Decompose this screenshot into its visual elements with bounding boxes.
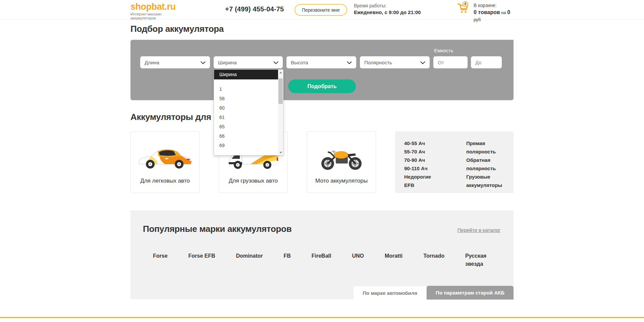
logo-subtitle-line1: Интернет-магазин bbox=[130, 12, 176, 16]
capacity-label: Емкость bbox=[434, 48, 453, 53]
working-hours-label: Время работы: bbox=[354, 3, 421, 9]
brand-link[interactable]: Dominator bbox=[236, 252, 263, 260]
quick-links-column-polarity: Прямая полярность Обратная полярность Гр… bbox=[466, 139, 507, 193]
capacity-to-input[interactable] bbox=[471, 56, 502, 68]
category-cards: Для легковых авто Д bbox=[130, 131, 514, 193]
tab-by-car-brand[interactable]: По марке автомобиля bbox=[353, 286, 427, 300]
logo[interactable]: shopbat.ru bbox=[130, 2, 176, 11]
picker-tabs: По марке автомобиля По параметрам старой… bbox=[353, 286, 514, 300]
cart-label: В корзине: bbox=[474, 2, 514, 9]
brand-link[interactable]: Forse bbox=[153, 252, 168, 260]
dropdown-option[interactable]: 58 bbox=[214, 94, 278, 103]
chevron-down-icon bbox=[420, 60, 425, 65]
quick-link[interactable]: 70-90 Ач bbox=[404, 156, 448, 164]
submit-button[interactable]: Подобрать bbox=[288, 79, 356, 93]
dropdown-option[interactable]: 65 bbox=[214, 122, 278, 131]
chevron-down-icon bbox=[273, 60, 278, 65]
dropdown-option[interactable]: 61 bbox=[214, 113, 278, 122]
quick-link[interactable]: 55-70 Ач bbox=[404, 147, 448, 156]
dropdown-option[interactable]: 69 bbox=[214, 141, 278, 150]
quick-links-column-capacity: 40-55 Ач 55-70 Ач 70-90 Ач 90-110 Ач Нед… bbox=[404, 139, 448, 193]
card-moto[interactable]: Мото аккумуляторы bbox=[307, 131, 376, 193]
brand-link[interactable]: Moratti bbox=[385, 252, 402, 260]
cart-on-word: на bbox=[501, 10, 506, 15]
quick-link[interactable]: Грузовые аккумуляторы bbox=[466, 173, 507, 189]
cart-badge: 0 bbox=[463, 1, 468, 7]
cart-count: 0 товаров bbox=[474, 9, 500, 15]
capacity-group: Емкость bbox=[433, 56, 502, 68]
working-hours-value: Ежедневно, с 9:00 до 21:00 bbox=[354, 9, 421, 16]
dropdown-scrollbar[interactable] bbox=[278, 70, 283, 155]
width-select-value: Ширина bbox=[218, 60, 236, 65]
cart-sum: 0 bbox=[507, 9, 510, 15]
quick-link[interactable]: 40-55 Ач bbox=[404, 139, 448, 147]
brand-link[interactable]: Tornado bbox=[423, 252, 444, 260]
quick-links-panel: 40-55 Ач 55-70 Ач 70-90 Ач 90-110 Ач Нед… bbox=[395, 131, 514, 193]
motorcycle-icon bbox=[316, 143, 367, 172]
cart-icon[interactable] bbox=[457, 9, 469, 15]
scrollbar-thumb[interactable] bbox=[278, 78, 283, 104]
catalog-link[interactable]: Перейти в каталог bbox=[458, 227, 500, 233]
length-select[interactable]: Длина bbox=[140, 56, 210, 68]
brand-link[interactable]: Русская звезда bbox=[465, 252, 503, 268]
page-title: Подбор аккумулятора bbox=[130, 24, 224, 34]
brand-link[interactable]: Forse EFB bbox=[189, 252, 215, 260]
brands-title: Популярные марки аккумуляторов bbox=[143, 224, 291, 234]
scroll-up-icon[interactable] bbox=[278, 70, 283, 75]
quick-link[interactable]: EFB bbox=[404, 181, 448, 189]
chevron-down-icon bbox=[201, 60, 206, 65]
card-label: Для легковых авто bbox=[140, 178, 190, 184]
quick-link[interactable]: Обратная полярность bbox=[466, 156, 507, 173]
tab-by-old-battery-params[interactable]: По параметрам старой АКБ bbox=[427, 286, 514, 300]
chevron-down-icon bbox=[347, 60, 352, 65]
dropdown-option[interactable]: 66 bbox=[214, 131, 278, 141]
battery-picker-header: Подбор аккумулятора По марке автомобиля … bbox=[130, 19, 514, 40]
site-header: shopbat.ru Интернет-магазин аккумуляторо… bbox=[0, 0, 644, 19]
logo-subtitle: Интернет-магазин аккумуляторов bbox=[130, 12, 176, 20]
brand-link[interactable]: FireBall bbox=[312, 252, 331, 260]
working-hours: Время работы: Ежедневно, с 9:00 до 21:00 bbox=[354, 3, 421, 16]
quick-link[interactable]: Недорогие bbox=[404, 173, 448, 181]
footer-accent-line bbox=[0, 317, 644, 318]
width-dropdown: Ширина 1 58 60 61 65 66 69 bbox=[214, 69, 283, 155]
capacity-from-input[interactable] bbox=[433, 56, 468, 68]
height-select[interactable]: Высота bbox=[286, 56, 356, 68]
filter-panel: Длина Ширина Ширина 1 58 60 61 65 6 bbox=[130, 40, 514, 100]
width-dropdown-selected[interactable]: Ширина bbox=[214, 70, 278, 79]
brands-row: Forse Forse EFB Dominator FB FireBall UN… bbox=[153, 252, 503, 268]
card-label: Для грузовых авто bbox=[229, 178, 278, 184]
polarity-select[interactable]: Полярность bbox=[360, 56, 430, 68]
scroll-down-icon[interactable] bbox=[278, 150, 283, 155]
dropdown-option[interactable]: 1 bbox=[214, 84, 278, 94]
brand-link[interactable]: FB bbox=[283, 252, 290, 260]
quick-link[interactable]: 90-110 Ач bbox=[404, 164, 448, 173]
callback-button[interactable]: Перезвоните мне bbox=[294, 4, 347, 16]
card-passenger-cars[interactable]: Для легковых авто bbox=[130, 131, 200, 193]
logo-block[interactable]: shopbat.ru Интернет-магазин аккумуляторо… bbox=[130, 2, 176, 20]
phone-number[interactable]: +7 (499) 455-04-75 bbox=[225, 5, 284, 13]
brand-link[interactable]: UNO bbox=[352, 252, 364, 260]
polarity-select-value: Полярность bbox=[364, 60, 392, 65]
width-dropdown-list: 1 58 60 61 65 66 69 bbox=[214, 79, 283, 150]
width-select[interactable]: Ширина bbox=[214, 56, 283, 68]
dropdown-option[interactable]: 60 bbox=[214, 103, 278, 113]
categories-title: Аккумуляторы для bbox=[130, 112, 514, 122]
quick-link[interactable]: Прямая полярность bbox=[466, 139, 507, 156]
card-label: Мото аккумуляторы bbox=[315, 178, 368, 184]
length-select-value: Длина bbox=[145, 60, 159, 65]
height-select-value: Высота bbox=[291, 60, 308, 65]
sedan-car-icon bbox=[136, 143, 194, 172]
